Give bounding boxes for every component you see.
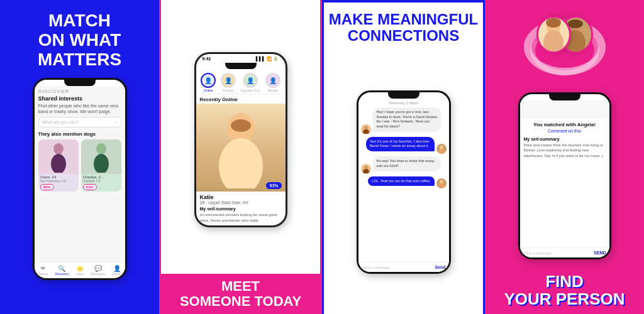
tab-question-avatar: 👤 <box>243 73 258 88</box>
svg-point-17 <box>546 18 561 28</box>
meet-cta-line1: MEET <box>221 278 260 294</box>
tab-nearby-avatar: 👤 <box>265 73 280 88</box>
profile2-match: 93% <box>83 184 97 190</box>
also-mention-label: They also mention dogs <box>35 131 125 139</box>
self-summary-label: My self-summary <box>200 207 282 211</box>
phone-mockup-4: You matched with Angela! Comment on this… <box>518 92 611 259</box>
avatar-svg-1 <box>362 125 370 134</box>
svg-point-2 <box>96 143 106 154</box>
sent-avatar-1 <box>436 144 447 154</box>
bubble-sent-2: LOL. Yeah we can do that over coffee. <box>368 176 434 187</box>
photo-space <box>520 100 609 119</box>
self-summary-label: My self-summary <box>524 137 606 141</box>
panel-connections: MAKE MEANINGFUL CONNECTIONS Yesterday 2:… <box>322 0 483 314</box>
profile-cards: Claire, 23 San Francisco, CA 89% <box>35 139 125 194</box>
shared-interests-title: Shared interests <box>35 95 125 103</box>
svg-point-1 <box>51 154 66 173</box>
nav-messages[interactable]: 💬 Messages <box>91 265 105 276</box>
received-avatar-1 <box>361 124 371 134</box>
tab-online[interactable]: 👤 Online <box>201 73 216 92</box>
phone-mockup-3: Yesterday 2:39pm Hey! I hope you've got … <box>357 90 451 274</box>
chat-input[interactable]: Send a message... <box>362 266 435 269</box>
nav-discovery[interactable]: 🔍 Discovery <box>55 265 69 276</box>
tab-online-label: Online <box>204 89 213 92</box>
self-summary-text: Artist and creator from the boonies now … <box>524 143 606 158</box>
bubble-received-2: No way! You have to share that essay wit… <box>373 156 441 171</box>
matched-photos <box>536 16 593 53</box>
person-silhouette-2 <box>92 141 110 173</box>
tab-bar: 👤 Online 👤 Popular 👤 Question Pros 👤 Nea… <box>196 70 286 94</box>
chat-message-2: Yes! It's one of my favorites. I also lo… <box>361 137 447 154</box>
nav-likes[interactable]: ⭐ Likes <box>76 265 84 276</box>
avatar-svg-3 <box>362 165 370 173</box>
svg-point-16 <box>543 30 564 53</box>
profile-detail: Katie 28 · Upper East Side, NY My self-s… <box>196 192 286 225</box>
profile-card-1[interactable]: Claire, 23 San Francisco, CA 89% <box>38 139 79 192</box>
svg-point-12 <box>363 169 369 173</box>
send-button-4[interactable]: SEND <box>594 251 606 255</box>
match-info: You matched with Angela! Comment on this… <box>520 119 609 161</box>
profile2-location: Oakland, CA <box>83 179 119 183</box>
find-person-cta: FIND YOUR PERSON <box>488 273 641 308</box>
message-input[interactable]: Send a message... <box>523 251 594 255</box>
tab-question[interactable]: 👤 Question Pros <box>240 73 260 92</box>
svg-point-0 <box>53 143 64 154</box>
bottom-nav: ❤ Teases 🔍 Discovery ⭐ Likes 💬 Messages … <box>35 262 125 278</box>
chevron-right-icon: › <box>116 119 118 125</box>
chat-date: Yesterday 2:39pm <box>361 101 447 105</box>
match-percentage: 93% <box>266 182 281 189</box>
avatar-svg-2 <box>437 144 446 153</box>
search-bar[interactable]: What are you into? › <box>38 117 121 127</box>
bubble-received-1: Hey! I hope you've got a nice, lazy Sund… <box>373 107 441 132</box>
svg-point-10 <box>438 149 445 153</box>
chat-send-bar[interactable]: Send a message... Send <box>358 262 449 272</box>
panel3-headline: MAKE MEANINGFUL CONNECTIONS <box>327 11 480 45</box>
tab-question-label: Question Pros <box>240 89 260 92</box>
chat-message-3: No way! You have to share that essay wit… <box>361 156 447 173</box>
nav-profile[interactable]: 👤 Profile <box>113 265 121 276</box>
tab-popular[interactable]: 👤 Popular <box>221 73 236 92</box>
time: 9:41 <box>203 57 211 62</box>
received-avatar-2 <box>361 164 371 174</box>
svg-point-3 <box>94 154 109 173</box>
discover-label: DISCOVER <box>35 86 125 95</box>
shared-interests-desc: Find other people who like the same emo … <box>35 103 125 117</box>
tab-nearby-label: Nearby <box>268 89 278 92</box>
panel-meet: 9:41 ▌▌▌ 📶 🔋 👤 Online 👤 Popular 👤 Questi… <box>159 0 322 314</box>
panel-find-person: You matched with Angela! Comment on this… <box>483 0 644 314</box>
svg-point-20 <box>568 19 583 28</box>
phone-mockup-1: DISCOVER Shared interests Find other peo… <box>33 78 127 280</box>
profile1-location: San Francisco, CA <box>40 179 77 183</box>
match-photo-female <box>536 16 571 53</box>
panel1-headline: MATCH ON WHAT MATTERS <box>6 11 153 69</box>
avatar-svg-4 <box>437 179 446 188</box>
bubble-sent-1: Yes! It's one of my favorites. I also lo… <box>366 137 435 151</box>
svg-point-14 <box>438 183 445 188</box>
profile-age-location: 28 · Upper East Side, NY <box>200 200 282 205</box>
tab-popular-label: Popular <box>223 89 233 92</box>
panel-match: MATCH ON WHAT MATTERS DISCOVER Shared in… <box>0 0 159 314</box>
tab-nearby[interactable]: 👤 Nearby <box>265 73 280 92</box>
female-avatar <box>541 16 566 53</box>
matched-text: You matched with Angela! <box>524 122 606 127</box>
status-bar: 9:41 ▌▌▌ 📶 🔋 <box>196 54 286 63</box>
tab-online-avatar: 👤 <box>201 73 216 88</box>
find-cta-line1: FIND <box>545 272 584 291</box>
meet-cta-line2: SOMEONE TODAY <box>180 293 301 309</box>
person-silhouette-1 <box>50 141 67 173</box>
profile-card-2[interactable]: Charlize, 2... Oakland, CA 93% <box>81 139 121 192</box>
meet-cta: MEET SOMEONE TODAY <box>161 274 320 314</box>
chat-message-1: Hey! I hope you've got a nice, lazy Sund… <box>361 107 447 134</box>
nav-teases[interactable]: ❤ Teases <box>38 265 48 276</box>
phone-mockup-2: 9:41 ▌▌▌ 📶 🔋 👤 Online 👤 Popular 👤 Questi… <box>194 52 287 227</box>
self-summary-text: An extroverted introvert looking for som… <box>200 212 282 223</box>
recently-online-label: Recently Online <box>196 94 286 104</box>
message-send-bar[interactable]: Send a message... SEND <box>520 247 609 257</box>
profile-name: Katie <box>200 194 282 200</box>
signal: ▌▌▌ 📶 🔋 <box>256 57 279 62</box>
send-button[interactable]: Send <box>435 265 445 269</box>
top-accent-bar <box>324 0 483 3</box>
svg-point-8 <box>363 129 369 134</box>
search-placeholder: What are you into? <box>42 120 79 124</box>
find-cta-line2: YOUR PERSON <box>504 290 625 308</box>
